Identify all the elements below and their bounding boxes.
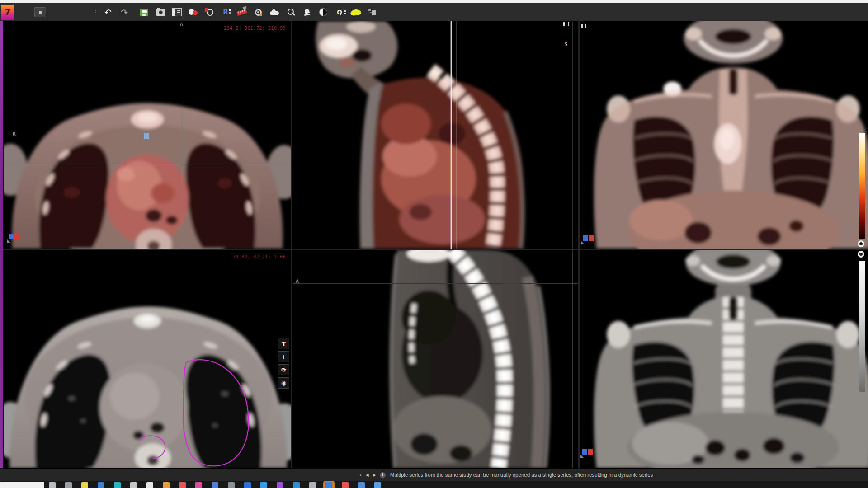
magnifier-q-button[interactable]: Q (333, 6, 346, 19)
crosshair-horizontal[interactable] (293, 283, 578, 284)
taskbar-icon-app-06[interactable] (130, 482, 137, 488)
taskbar-icon-app-09[interactable] (179, 482, 186, 488)
text-tool-button[interactable]: T (278, 338, 289, 349)
layout-button[interactable] (170, 6, 184, 19)
status-message: Multiple series from the same study can … (390, 472, 653, 478)
zoom-region-button[interactable] (203, 6, 216, 19)
capture-button[interactable] (154, 6, 167, 19)
measure-button[interactable] (235, 6, 249, 19)
viewport-coronal-fused[interactable] (580, 21, 868, 249)
camera-icon (156, 9, 165, 16)
scale-knob-lower[interactable] (858, 251, 864, 258)
ct-gray-scale[interactable] (859, 261, 865, 392)
redo-button[interactable]: ↷ (118, 6, 131, 19)
filter-button[interactable] (300, 6, 314, 19)
registration-button[interactable]: R (219, 6, 232, 19)
viewport-coronal-ct[interactable] (580, 250, 868, 468)
coronal-ct-image[interactable] (580, 250, 868, 468)
taskbar-icon-app-16[interactable] (293, 482, 300, 488)
pan-tool-button[interactable]: + (278, 351, 289, 362)
fusion-toggle-icon[interactable] (581, 235, 595, 245)
coronal-fused-image[interactable] (580, 21, 868, 249)
app-logo-icon[interactable]: 7 (1, 5, 14, 20)
taskbar-icon-app-04[interactable] (98, 482, 104, 488)
prev-message-button[interactable]: ◀ (366, 473, 369, 477)
taskbar-icon-app-19[interactable] (342, 482, 349, 488)
window-button[interactable] (34, 7, 46, 17)
cursor-coordinates: 294.2; 361.72; 310.99 (224, 26, 286, 31)
pet-color-scale[interactable] (859, 133, 865, 239)
crosshair-horizontal[interactable] (4, 165, 291, 165)
fusion-corner-triangle (7, 239, 10, 243)
sagittal-ct-image[interactable] (293, 250, 578, 468)
taskbar-icon-app-11[interactable] (212, 482, 218, 488)
fusion-blue-swatch (9, 234, 14, 239)
crosshair-vertical[interactable] (572, 21, 573, 249)
roi-highlight-button[interactable] (349, 6, 363, 19)
taskbar-search-input[interactable] (0, 482, 44, 488)
viewport-sagittal-fused[interactable]: S (293, 21, 578, 249)
viewport-axial-ct[interactable]: 79.02; 37.21; 7.66 T + ⟳ ◉ (4, 250, 291, 468)
main-toolbar: 7 ⋮ ↶ ↷ R Q (0, 3, 868, 22)
fusion-toggle-icon[interactable] (7, 234, 21, 244)
axial-fused-image[interactable] (4, 21, 291, 249)
orientation-marker-anterior: A (296, 279, 299, 284)
viewport-axial-fused[interactable]: A R 294.2; 361.72; 310.99 (4, 21, 291, 249)
bell-icon (304, 9, 310, 15)
status-bullet: ● (359, 473, 362, 477)
ruler-icon (236, 9, 247, 15)
scale-tick (585, 24, 586, 28)
taskbar-icon-app-20[interactable] (358, 482, 365, 488)
taskbar-icon-app-03[interactable] (81, 482, 88, 488)
taskbar-icon-app-05[interactable] (114, 482, 121, 488)
taskbar-icon-app-10[interactable] (195, 482, 202, 488)
search-icon (287, 8, 295, 16)
scale-tick (568, 22, 569, 26)
taskbar-icon-app-18[interactable] (326, 482, 332, 488)
viewport-sagittal-ct[interactable]: A (293, 250, 578, 468)
taskbar-icon-app-17[interactable] (309, 482, 316, 488)
export-layout-button[interactable] (365, 6, 379, 19)
fusion-corner-triangle (581, 241, 585, 244)
layout-grid-icon (172, 8, 182, 16)
crosshair-vertical[interactable] (183, 21, 183, 249)
export-icon (368, 9, 376, 16)
taskbar-icon-app-21[interactable] (374, 482, 381, 488)
grid-divider[interactable] (291, 21, 292, 468)
scale-knob-upper[interactable] (858, 240, 864, 247)
taskbar-icon-app-15[interactable] (277, 482, 283, 488)
taskbar-icon-app-13[interactable] (244, 482, 251, 488)
undo-button[interactable]: ↶ (101, 6, 115, 19)
fusion-blue-swatch (583, 235, 588, 241)
taskbar-icon-app-07[interactable] (146, 482, 153, 488)
record-button[interactable] (251, 6, 265, 19)
status-bar: ● ◀ ▶ i Multiple series from the same st… (0, 469, 868, 481)
record-circle-icon (255, 9, 262, 16)
save-button[interactable] (137, 6, 151, 19)
save-icon (140, 9, 148, 16)
fusion-blend-button[interactable] (186, 6, 200, 19)
segmentation-button[interactable] (268, 6, 281, 19)
orientation-marker-anterior: A (180, 22, 183, 27)
target-tool-button[interactable]: ◉ (278, 377, 289, 389)
toolbar-separator-handle[interactable]: ⋮ (93, 9, 99, 15)
fusion-toggle-icon[interactable] (580, 449, 594, 459)
contrast-button[interactable] (316, 6, 330, 19)
sagittal-fused-image[interactable] (293, 21, 578, 249)
taskbar-icon-app-14[interactable] (260, 482, 267, 488)
crosshair-vertical[interactable] (572, 250, 573, 468)
taskbar-icon-app-12[interactable] (228, 482, 235, 488)
taskbar-icon-app-01[interactable] (49, 482, 56, 488)
search-button[interactable] (284, 6, 297, 19)
fusion-corner-triangle (580, 455, 584, 458)
application-window: 7 ⋮ ↶ ↷ R Q (0, 0, 868, 488)
crosshair-vertical[interactable] (583, 21, 583, 249)
taskbar-icon-app-08[interactable] (163, 482, 170, 488)
viewport-mini-toolbar: T + ⟳ ◉ (278, 338, 289, 389)
next-message-button[interactable]: ▶ (373, 473, 376, 477)
taskbar-icon-app-02[interactable] (65, 482, 72, 488)
rotate-tool-button[interactable]: ⟳ (278, 364, 289, 375)
axial-ct-image[interactable] (4, 250, 291, 468)
windows-taskbar (0, 481, 868, 488)
crosshair-vertical[interactable] (583, 250, 583, 468)
